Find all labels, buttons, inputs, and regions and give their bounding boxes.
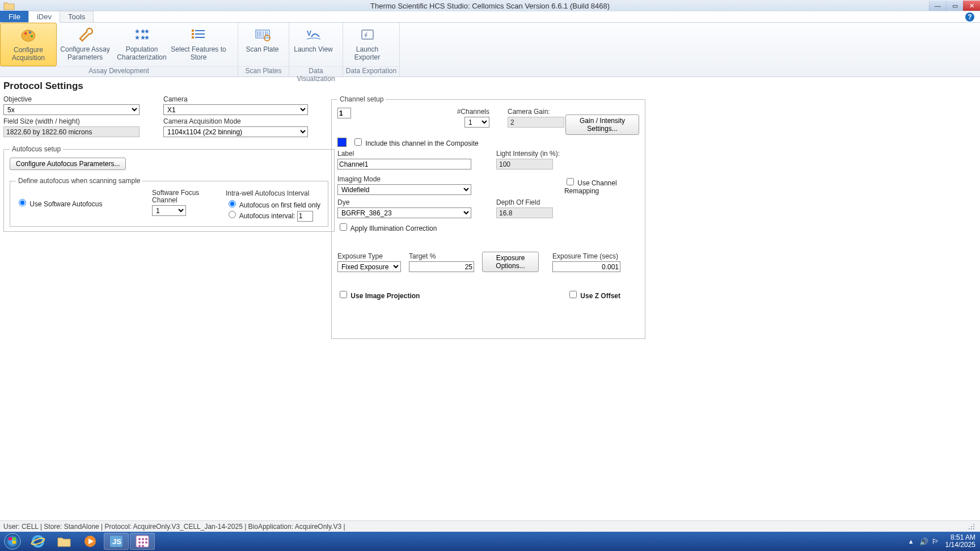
camera-gain-label: Camera Gain: [508,108,559,116]
exposure-type-label: Exposure Type [337,252,401,260]
autofocus-interval-input[interactable] [297,211,313,222]
select-features-button[interactable]: Select Features to Store [170,23,227,66]
tab-file[interactable]: File [0,11,29,22]
exposure-type-select[interactable]: Fixed Exposure Time [337,261,401,272]
taskbar-app-hcs[interactable] [130,533,155,550]
svg-rect-14 [192,33,194,35]
svg-point-2 [29,31,31,33]
select-features-label: Select Features to Store [170,45,227,61]
help-icon[interactable]: ? [965,12,974,22]
launch-exporter-button[interactable]: Launch Exporter [343,23,391,66]
configure-acquisition-button[interactable]: Configure Acquisition [0,23,57,66]
apply-illumination-checkbox[interactable]: Apply Illumination Correction [337,222,639,232]
palette-icon [20,27,37,44]
start-button[interactable] [0,532,25,551]
menubar: File iDev Tools ? [0,11,980,23]
barcode-icon [255,26,271,43]
launch-view-label: Launch View [294,45,333,53]
taskbar-app-js[interactable]: JS [104,533,129,550]
target-percent-input[interactable] [409,261,474,272]
camera-select[interactable]: X1 [163,104,308,115]
scan-plate-button[interactable]: Scan Plate [238,23,286,66]
minimize-button[interactable]: — [929,1,946,11]
launch-view-button[interactable]: V Launch View [289,23,337,66]
svg-marker-6 [145,29,149,33]
use-z-offset-checkbox[interactable]: Use Z Offset [567,289,620,300]
field-size-label: Field Size (width / height) [3,117,140,125]
configure-assay-button[interactable]: Configure Assay Parameters [57,23,113,66]
resize-grip-icon [966,522,977,532]
configure-autofocus-button[interactable]: Configure Autofocus Parameters... [10,158,126,170]
objective-label: Objective [3,95,140,103]
channel-color-swatch[interactable] [337,138,347,147]
svg-rect-28 [973,526,974,527]
taskbar-explorer[interactable] [52,533,77,550]
close-button[interactable]: ✕ [963,1,980,11]
svg-point-48 [142,541,144,544]
configure-acquisition-label: Configure Acquisition [1,46,56,62]
field-size-value: 1822.60 by 1822.60 microns [3,126,140,137]
include-composite-checkbox[interactable]: Include this channel in the Composite [352,137,479,147]
tab-idev[interactable]: iDev [28,11,60,23]
action-center-icon[interactable]: 🏳 [932,537,939,546]
svg-rect-35 [9,541,12,544]
population-characterization-button[interactable]: Population Characterization [113,23,170,66]
tray-overflow-icon[interactable]: ▲ [908,538,914,545]
stars-icon [133,26,150,43]
svg-rect-15 [192,36,194,39]
dye-select[interactable]: BGRFR_386_23 [337,207,471,218]
channel-index-input[interactable] [337,108,351,118]
depth-of-field-value: 16.8 [496,207,553,218]
num-channels-select[interactable]: 1 [464,117,489,128]
autofocus-legend: Autofocus setup [10,145,63,153]
svg-rect-13 [192,29,194,32]
channel-setup-legend: Channel setup [337,95,386,103]
exposure-time-input[interactable] [552,261,620,272]
taskbar-media-player[interactable] [78,533,103,550]
use-software-autofocus-radio[interactable]: Use Software Autofocus [16,200,102,208]
channel-label-input[interactable] [337,159,471,169]
system-tray: ▲ 🔊 🏳 8:51 AM 1/14/2025 [908,534,980,549]
autofocus-interval-radio[interactable]: Autofocus interval: [226,212,295,220]
cam-mode-select[interactable]: 1104x1104 (2x2 binning) [163,126,308,137]
app-icon [0,0,20,11]
tab-tools[interactable]: Tools [60,11,94,22]
ribbon-group-export-label: Data Exportation [343,66,399,77]
autofocus-setup-group: Autofocus setup Configure Autofocus Para… [3,145,335,232]
maximize-button[interactable]: ▭ [946,1,963,11]
clock-date: 1/14/2025 [945,541,975,549]
svg-marker-4 [135,29,140,33]
svg-rect-30 [971,528,972,529]
volume-icon[interactable]: 🔊 [919,537,928,546]
exposure-time-label: Exposure Time (secs) [552,252,620,260]
depth-of-field-label: Depth Of Field [496,198,553,206]
svg-point-0 [22,30,35,41]
intra-well-autofocus-label: Intra-well Autofocus Interval [226,189,322,197]
imaging-mode-select[interactable]: Widefield [337,184,471,195]
dye-label: Dye [337,198,474,206]
ribbon: Configure Acquisition Configure Assay Pa… [0,23,980,77]
software-focus-channel-label: Software Focus Channel [152,189,209,204]
population-characterization-label: Population Characterization [113,45,170,61]
view-icon: V [306,26,322,43]
svg-point-50 [138,545,141,547]
configure-assay-label: Configure Assay Parameters [57,45,113,61]
num-channels-label: #Channels [457,108,489,116]
objective-select[interactable]: 5x [3,104,140,115]
software-focus-channel-select[interactable]: 1 [152,205,186,216]
light-intensity-value: 100 [496,159,553,169]
use-channel-remapping-checkbox[interactable]: Use Channel Remapping [564,176,639,195]
use-image-projection-checkbox[interactable]: Use Image Projection [337,289,567,300]
export-icon [360,26,375,43]
gain-intensity-button[interactable]: Gain / Intensity Settings... [565,115,639,135]
autofocus-first-field-radio[interactable]: Autofocus on first field only [226,201,320,209]
taskbar: JS ▲ 🔊 🏳 8:51 AM 1/14/2025 [0,532,980,551]
svg-point-3 [31,35,33,37]
svg-rect-29 [969,528,970,529]
exposure-options-button[interactable]: Exposure Options... [482,252,539,272]
taskbar-ie[interactable] [26,533,50,550]
svg-rect-26 [973,524,974,525]
window-titlebar: Thermo Scientific HCS Studio: Cellomics … [0,0,980,11]
taskbar-clock[interactable]: 8:51 AM 1/14/2025 [941,534,975,549]
svg-point-51 [142,545,144,547]
